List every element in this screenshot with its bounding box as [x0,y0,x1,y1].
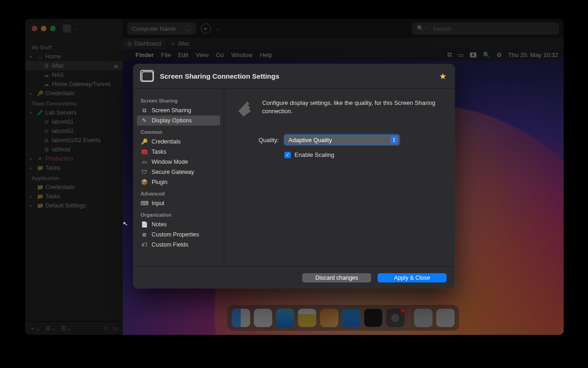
control-center-icon[interactable]: ⚙ [497,52,502,58]
dock-launchpad-icon[interactable] [254,309,272,327]
tab[interactable]: ✕iMac [166,38,195,49]
dock-appstore-icon[interactable] [342,309,361,327]
disclosure-triangle-icon[interactable]: ▸ [30,166,34,170]
sidebar-item[interactable]: ☁NAS [25,70,123,80]
modal-footer: Discard changes Apply & Close [133,266,455,288]
dock-finder-icon[interactable] [232,309,250,327]
disclosure-triangle-icon[interactable]: ▾ [30,110,34,115]
mission-control-icon[interactable]: ▭ [458,52,464,58]
dock-settings-icon[interactable]: 1 [386,309,405,327]
item-icon: ⊘ [43,128,50,134]
globe-icon[interactable]: ⦿⌄ [61,325,72,332]
add-button[interactable]: ＋⌄ [30,324,41,333]
sidebar-item[interactable]: ▾🧪Lab Servers [25,108,123,117]
disclosure-triangle-icon[interactable]: ▾ [30,54,34,59]
sidebar-item[interactable]: ☁Home Gateway/Tunnel [25,80,123,89]
sidebar-item[interactable]: ▸✦Production [25,154,123,163]
remote-menu-item[interactable]: File [161,52,171,58]
apply-close-button[interactable]: Apply & Close [378,273,447,282]
sidebar-item[interactable]: ▸🔑Credentials [25,89,123,98]
tab-close-icon[interactable]: ✕ [171,41,175,47]
settings-nav-item[interactable]: 📄Notes [137,219,220,230]
nav-item-icon: ≣ [141,231,148,238]
nav-item-label: Credentials [152,138,181,145]
dock-app-icon[interactable] [320,309,339,327]
sidebar-item[interactable]: ▾⌂Home [25,52,123,61]
enable-scaling-label: Enable Scaling [294,151,334,158]
sidebar-item[interactable]: 🖥labhost [25,145,123,154]
remote-menu-item[interactable]: Help [260,52,272,58]
item-label: labvm01 [52,119,120,125]
tab-label: iMac [178,40,190,47]
nav-item-icon: 🏷 [141,242,148,248]
sidebar-item[interactable]: ⊘labvm01 [25,117,123,126]
remote-clock[interactable]: Thu 20. May 10:32 [509,52,558,58]
dock-trash-icon[interactable] [436,309,455,327]
settings-nav-group: Screen Sharing [137,94,220,105]
settings-nav-item[interactable]: ▭Window Mode [137,157,220,167]
settings-nav-item[interactable]: ⌨Input [137,198,220,208]
disclosure-triangle-icon[interactable]: ▸ [30,194,34,199]
nav-item-icon: ⧉ [141,107,148,114]
eject-icon[interactable]: ⏏ [113,63,118,69]
settings-nav-item[interactable]: 🛡Secure Gateway [137,167,220,177]
settings-gear-icon[interactable]: ⚙⌄ [45,325,56,332]
settings-nav-item[interactable]: 🏷Custom Fields [137,240,220,250]
tab[interactable]: ◎Dashboard [123,38,166,49]
settings-nav-item[interactable]: ⧉Screen Sharing [137,105,220,115]
dock-safari-icon[interactable] [276,309,294,327]
disclosure-triangle-icon[interactable]: ▸ [30,91,34,96]
sidebar-item[interactable]: 📁Credentials [25,183,123,192]
disclosure-triangle-icon[interactable]: ▸ [30,203,34,208]
settings-nav-item[interactable]: 📦Plugin [137,177,220,187]
spotlight-icon[interactable]: 🔍 [483,52,490,58]
enable-scaling-checkbox[interactable]: ✓ [284,152,291,158]
enable-scaling-row: ✓ Enable Scaling [236,151,443,158]
sidebar-item[interactable]: ▸📁Tasks [25,192,123,201]
sidebar-item[interactable]: ▸📁Default Settings [25,201,123,210]
spaces-icon[interactable]: ⧉ [447,51,452,58]
input-source-icon[interactable]: A [470,52,476,58]
search-field[interactable]: 🔍﹀ Search [412,23,559,34]
favorite-star-icon[interactable]: ☆ [103,325,109,332]
remote-menu-item[interactable]: View [196,52,209,58]
nav-item-label: Screen Sharing [152,107,191,114]
remote-app-name[interactable]: Finder [136,52,154,58]
play-menu-caret-icon[interactable]: ⌄ [215,26,219,31]
computer-name-dropdown[interactable]: Computer Name ⌄ [127,23,196,34]
sidebar-item[interactable]: ≣labvm01/02 Events [25,136,123,145]
settings-nav-item[interactable]: ✎Display Options [137,115,220,126]
sidebar-item[interactable]: ⊘labvm02 [25,126,123,136]
settings-nav-item[interactable]: 🔑Credentials [137,137,220,147]
item-icon: ☁ [43,72,50,78]
quality-select[interactable]: Adaptive Quality ▴▾ [284,135,399,145]
connect-play-button[interactable]: ▶ [201,23,211,34]
discard-button[interactable]: Discard changes [302,273,371,282]
traffic-lights [32,26,56,31]
sidebar-item[interactable]: ▸📁Tasks [25,163,123,172]
window-zoom-button[interactable] [50,26,56,31]
dock-recent-icon[interactable] [414,309,433,327]
remote-menu-item[interactable]: Window [231,52,252,58]
item-label: labvm02 [52,128,120,134]
settings-nav-item[interactable]: 🧰Tasks [137,147,220,157]
sidebar-item[interactable]: 🖥iMac⏏ [25,61,123,70]
tab-bar: ◎Dashboard✕iMac [123,38,564,49]
app-menu-caret-icon[interactable]: ⌄ [75,26,79,31]
sidebar-section-header: Team Connections [25,98,123,108]
item-icon: ☁ [43,81,50,87]
app-logo-icon [63,24,71,33]
remote-menu-item[interactable]: Edit [178,52,188,58]
window-close-button[interactable] [32,26,37,31]
favorite-star-icon[interactable]: ★ [439,71,447,81]
dock-notes-icon[interactable] [298,309,317,327]
remote-menu-item[interactable]: Go [216,52,224,58]
play-icon[interactable]: ▷ [113,325,118,332]
dock-terminal-icon[interactable] [364,309,383,327]
window-minimize-button[interactable] [41,26,46,31]
settings-nav-item[interactable]: ≣Custom Properties [137,230,220,240]
nav-item-label: Custom Properties [152,231,199,238]
quality-value: Adaptive Quality [288,137,332,144]
disclosure-triangle-icon[interactable]: ▸ [30,156,34,161]
item-icon: 🧪 [36,109,44,116]
